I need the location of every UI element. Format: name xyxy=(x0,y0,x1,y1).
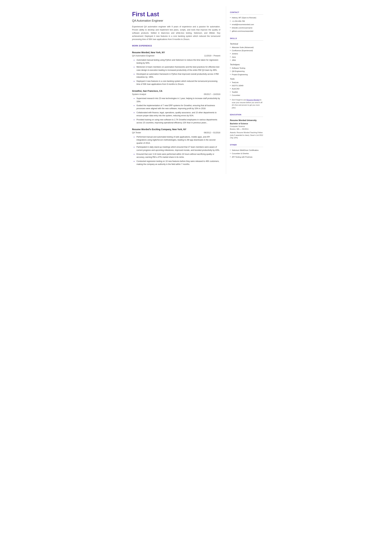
skill-tech-5: JIRA xyxy=(230,59,263,62)
edu-awards: Awards: Resume Worded Teaching Fellow (o… xyxy=(230,131,263,139)
bullet-2-1: Supervised research into 23 new technolo… xyxy=(134,97,220,103)
skill-tech-sw: Software Testing xyxy=(230,67,263,70)
skill-tool-5: Cucumber xyxy=(230,94,263,97)
other-item-3: API Testing with Postman. xyxy=(230,156,263,158)
other-item-1: Selenium WebDriver Certification. xyxy=(230,149,263,152)
skill-tech-qa: QA Engineering xyxy=(230,70,263,73)
bullet-1-3: Developed an automation framework in Pyt… xyxy=(134,73,220,79)
promo-link[interactable]: Resume Worded xyxy=(246,99,259,101)
promo-text-before: Don't forget to use xyxy=(232,99,247,101)
job-title-3: QA Tester xyxy=(132,131,141,134)
skill-tech-2: Confluence (Experienced) xyxy=(230,49,263,52)
right-column: CONTACT Helena, MT (Open to Remote) +1-2… xyxy=(226,6,267,174)
resume-page: First Last QA Automation Engineer Experi… xyxy=(125,0,267,180)
job-company-1: Resume Worded, New York, NY xyxy=(132,51,220,54)
edu-school: Resume Worded University xyxy=(230,119,263,122)
bullet-2-2: Guided the implementation of 7 new ERP s… xyxy=(134,104,220,110)
job-title-row-2: System Analyst 05/2017 – 10/2019 xyxy=(132,93,220,96)
contact-phone: +1-234-456-789 xyxy=(230,20,263,23)
tools-list: TestLink ISO/TS 16949 AutoCAD TestNG Cuc… xyxy=(230,81,263,97)
skill-tech-4: Java xyxy=(230,56,263,58)
techniques-label: Techniques: xyxy=(230,63,263,66)
bullet-1-2: Mentored 14 team members on automation f… xyxy=(134,66,220,72)
skill-tool-3: AutoCAD xyxy=(230,87,263,90)
job-block-1: Resume Worded, New York, NY QA Automatio… xyxy=(132,51,220,86)
education-header: EDUCATION xyxy=(230,113,263,117)
work-experience-header: WORK EXPERIENCE xyxy=(132,44,220,48)
bullet-3-1: Performed manual and automated testing o… xyxy=(134,135,220,145)
skill-tool-1: TestLink xyxy=(230,81,263,84)
edu-degree: Bachelor of Science xyxy=(230,122,263,125)
contact-header: CONTACT xyxy=(230,11,263,14)
job-title-row-3: QA Tester 08/2012 – 01/2016 xyxy=(132,131,220,134)
contact-location: Helena, MT (Open to Remote) xyxy=(230,16,263,19)
promo-note: Don't forget to use Resume Worded to sca… xyxy=(230,98,263,109)
job-company-2: Growthsi, San Francisco, CA xyxy=(132,89,220,93)
bullet-2-3: Collaborated with finance, legal, operat… xyxy=(134,111,220,117)
edu-location: Boston, MA — 05/2011 xyxy=(230,128,263,130)
job-bullets-2: Supervised research into 23 new technolo… xyxy=(132,97,220,124)
job-block-2: Growthsi, San Francisco, CA System Analy… xyxy=(132,89,220,125)
bullet-3-4: Conducted regression testing on 10 new f… xyxy=(134,160,220,166)
bullet-1-4: Deployed 4 new features in a core bankin… xyxy=(134,80,220,86)
skill-tech-1: Atlassian Suite (Advanced) xyxy=(230,46,263,49)
job-block-3: Resume Worded's Exciting Company, New Yo… xyxy=(132,128,220,166)
technical-skills-list: Atlassian Suite (Advanced) Confluence (E… xyxy=(230,46,263,62)
skill-tech-3: Jenkins xyxy=(230,52,263,55)
education-section: EDUCATION Resume Worded University Bache… xyxy=(230,113,263,139)
other-header: OTHER xyxy=(230,144,263,147)
bullet-3-2: Participated in daily stand-up meetings … xyxy=(134,146,220,152)
job-bullets-3: Performed manual and automated testing o… xyxy=(132,135,220,166)
bullet-1-1: Automated manual testing using Python an… xyxy=(134,59,220,65)
job-dates-2: 05/2017 – 10/2019 xyxy=(204,93,220,96)
skill-tool-2: ISO/TS 16949 xyxy=(230,84,263,87)
contact-email: email@resumeworded.com xyxy=(230,23,263,26)
technical-label: Technical: xyxy=(230,42,263,45)
other-item-2: Cucumber & Gherkin. xyxy=(230,152,263,155)
contact-list: Helena, MT (Open to Remote) +1-234-456-7… xyxy=(230,16,263,33)
job-company-3: Resume Worded's Exciting Company, New Yo… xyxy=(132,128,220,131)
job-bullets-1: Automated manual testing using Python an… xyxy=(132,59,220,86)
skills-section: SKILLS Technical: Atlassian Suite (Advan… xyxy=(230,37,263,109)
contact-github: github.com/resumeworded xyxy=(230,30,263,33)
contact-linkedin: linkedin.com/in/username xyxy=(230,27,263,29)
job-title-row-1: QA Automation Engineer 11/2019 – Present xyxy=(132,54,220,57)
other-list: Selenium WebDriver Certification. Cucumb… xyxy=(230,149,263,158)
edu-field: Computer Science xyxy=(230,125,263,128)
summary-text: Experienced QA automation engineer with … xyxy=(132,25,220,41)
bullet-3-3: Ensured that over 3.1K tests were perfor… xyxy=(134,153,220,159)
left-column: First Last QA Automation Engineer Experi… xyxy=(125,6,226,174)
job-title-main: QA Automation Engineer xyxy=(132,19,220,23)
tools-label: Tools: xyxy=(230,77,263,80)
full-name: First Last xyxy=(132,11,220,18)
skills-header: SKILLS xyxy=(230,37,263,41)
techniques-list: Software Testing QA Engineering Project … xyxy=(230,67,263,76)
bullet-2-4: Provided training on using new software … xyxy=(134,118,220,125)
job-title-1: QA Automation Engineer xyxy=(132,54,154,57)
job-title-2: System Analyst xyxy=(132,93,146,96)
skill-tool-4: TestNG xyxy=(230,91,263,93)
job-dates-1: 11/2019 – Present xyxy=(204,54,220,57)
contact-section: CONTACT Helena, MT (Open to Remote) +1-2… xyxy=(230,11,263,33)
other-section: OTHER Selenium WebDriver Certification. … xyxy=(230,144,263,158)
skill-tech-proj: Project Engineering xyxy=(230,73,263,76)
job-dates-3: 08/2012 – 01/2016 xyxy=(204,131,220,134)
